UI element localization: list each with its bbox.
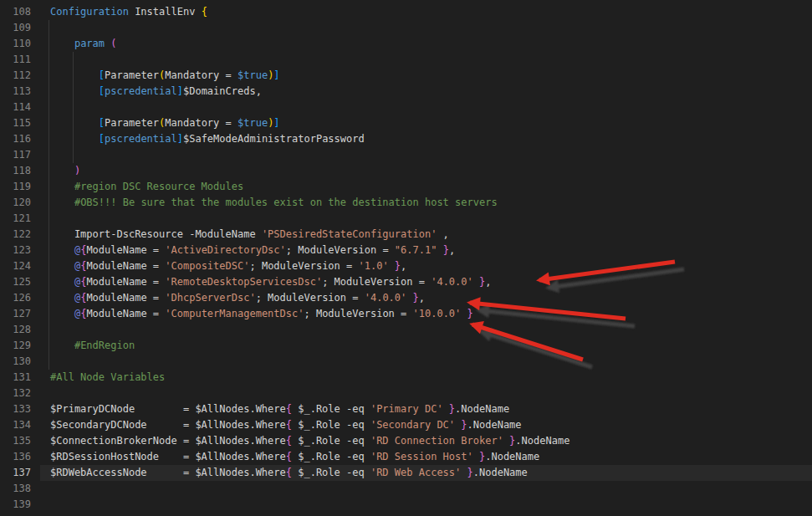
code-text[interactable]: [40, 147, 812, 163]
line-number[interactable]: 127: [0, 306, 40, 322]
line-number[interactable]: 125: [0, 274, 40, 290]
code-line-135[interactable]: 135$ConnectionBrokerNode = $AllNodes.Whe…: [0, 433, 812, 449]
code-line-131[interactable]: 131#All Node Variables: [0, 370, 812, 386]
code-text[interactable]: ): [40, 163, 812, 179]
code-line-118[interactable]: 118 ): [0, 163, 812, 179]
code-editor[interactable]: 107108Configuration InstallEnv {109110 p…: [0, 0, 812, 516]
line-number[interactable]: 109: [0, 20, 40, 36]
code-text[interactable]: Configuration InstallEnv {: [40, 4, 812, 20]
code-line-139[interactable]: 139: [0, 497, 812, 513]
line-number[interactable]: 110: [0, 36, 40, 52]
code-text[interactable]: [pscredential]$SafeModeAdministratorPass…: [40, 131, 812, 147]
code-line-127[interactable]: 127 @{ModuleName = 'ComputerManagementDs…: [0, 306, 812, 322]
code-text[interactable]: [40, 52, 812, 68]
line-number[interactable]: 120: [0, 195, 40, 211]
code-line-137[interactable]: 137$RDWebAccessNode = $AllNodes.Where{ $…: [0, 465, 812, 481]
code-text[interactable]: @{ModuleName = 'RemoteDesktopServicesDsc…: [40, 274, 812, 290]
line-number[interactable]: 115: [0, 115, 40, 131]
code-text[interactable]: @{ModuleName = 'ComputerManagementDsc'; …: [40, 306, 812, 322]
code-line-128[interactable]: 128: [0, 322, 812, 338]
line-number[interactable]: 118: [0, 163, 40, 179]
code-text[interactable]: @{ModuleName = 'ActiveDirectoryDsc'; Mod…: [40, 243, 812, 258]
line-number[interactable]: 113: [0, 84, 40, 100]
code-line-124[interactable]: 124 @{ModuleName = 'CompositeDSC'; Modul…: [0, 258, 812, 274]
code-text[interactable]: #OBS!!! Be sure that the modules exist o…: [40, 195, 812, 211]
code-text[interactable]: [40, 497, 812, 513]
code-line-133[interactable]: 133$PrimaryDCNode = $AllNodes.Where{ $_.…: [0, 401, 812, 417]
line-number[interactable]: 111: [0, 52, 40, 68]
line-number[interactable]: 132: [0, 386, 40, 401]
code-text[interactable]: @{ModuleName = 'CompositeDSC'; ModuleVer…: [40, 258, 812, 274]
line-number[interactable]: 108: [0, 4, 40, 20]
code-text[interactable]: #EndRegion: [40, 338, 812, 354]
line-number[interactable]: 136: [0, 449, 40, 465]
code-line-109[interactable]: 109: [0, 20, 812, 36]
code-text[interactable]: [40, 481, 812, 497]
code-line-136[interactable]: 136$RDSessionHostNode = $AllNodes.Where{…: [0, 449, 812, 465]
code-text[interactable]: #All Node Variables: [40, 370, 812, 386]
code-line-117[interactable]: 117: [0, 147, 812, 163]
code-text[interactable]: [40, 20, 812, 36]
code-line-110[interactable]: 110 param (: [0, 36, 812, 52]
code-line-132[interactable]: 132: [0, 386, 812, 401]
line-number[interactable]: 133: [0, 401, 40, 417]
line-number[interactable]: 122: [0, 227, 40, 243]
line-number[interactable]: 130: [0, 354, 40, 370]
code-text[interactable]: $SecondaryDCNode = $AllNodes.Where{ $_.R…: [40, 417, 812, 433]
code-token: Parameter: [105, 69, 159, 81]
code-text[interactable]: [Parameter(Mandatory = $true)]: [40, 68, 812, 84]
code-text[interactable]: [pscredential]$DomainCreds,: [40, 84, 812, 100]
line-number[interactable]: 124: [0, 258, 40, 274]
code-line-121[interactable]: 121: [0, 211, 812, 227]
line-number[interactable]: 131: [0, 370, 40, 386]
code-text[interactable]: $RDSessionHostNode = $AllNodes.Where{ $_…: [40, 449, 812, 465]
code-line-114[interactable]: 114: [0, 100, 812, 115]
line-number[interactable]: 121: [0, 211, 40, 227]
line-number[interactable]: 116: [0, 131, 40, 147]
line-number[interactable]: 134: [0, 417, 40, 433]
code-text[interactable]: Import-DscResource -ModuleName 'PSDesire…: [40, 227, 812, 243]
line-number[interactable]: 117: [0, 147, 40, 163]
line-number[interactable]: 129: [0, 338, 40, 354]
code-line-120[interactable]: 120 #OBS!!! Be sure that the modules exi…: [0, 195, 812, 211]
code-line-126[interactable]: 126 @{ModuleName = 'DhcpServerDsc'; Modu…: [0, 290, 812, 306]
line-number[interactable]: 126: [0, 290, 40, 306]
code-text[interactable]: $ConnectionBrokerNode = $AllNodes.Where{…: [40, 433, 812, 449]
code-text[interactable]: $RDWebAccessNode = $AllNodes.Where{ $_.R…: [40, 465, 812, 481]
code-line-111[interactable]: 111: [0, 52, 812, 68]
line-number[interactable]: 135: [0, 433, 40, 449]
code-line-125[interactable]: 125 @{ModuleName = 'RemoteDesktopService…: [0, 274, 812, 290]
code-line-122[interactable]: 122 Import-DscResource -ModuleName 'PSDe…: [0, 227, 812, 243]
code-text[interactable]: [40, 211, 812, 227]
line-number[interactable]: 139: [0, 497, 40, 513]
code-text[interactable]: [40, 386, 812, 401]
line-number[interactable]: 128: [0, 322, 40, 338]
code-line-134[interactable]: 134$SecondaryDCNode = $AllNodes.Where{ $…: [0, 417, 812, 433]
line-number[interactable]: 112: [0, 68, 40, 84]
code-line-113[interactable]: 113 [pscredential]$DomainCreds,: [0, 84, 812, 100]
code-line-108[interactable]: 108Configuration InstallEnv {: [0, 4, 812, 20]
code-line-119[interactable]: 119 #region DSC Resource Modules: [0, 179, 812, 195]
code-line-115[interactable]: 115 [Parameter(Mandatory = $true)]: [0, 115, 812, 131]
code-text[interactable]: [40, 100, 812, 115]
code-lines: 107108Configuration InstallEnv {109110 p…: [0, 0, 812, 513]
code-line-138[interactable]: 138: [0, 481, 812, 497]
line-number[interactable]: 123: [0, 243, 40, 258]
code-line-129[interactable]: 129 #EndRegion: [0, 338, 812, 354]
code-text[interactable]: $PrimaryDCNode = $AllNodes.Where{ $_.Rol…: [40, 401, 812, 417]
code-text[interactable]: @{ModuleName = 'DhcpServerDsc'; ModuleVe…: [40, 290, 812, 306]
code-line-130[interactable]: 130: [0, 354, 812, 370]
line-number[interactable]: 119: [0, 179, 40, 195]
code-text[interactable]: [40, 322, 812, 338]
code-line-112[interactable]: 112 [Parameter(Mandatory = $true)]: [0, 68, 812, 84]
code-text[interactable]: [40, 354, 812, 370]
code-text[interactable]: param (: [40, 36, 812, 52]
code-token: ,: [401, 260, 406, 272]
line-number[interactable]: 114: [0, 100, 40, 115]
code-text[interactable]: [Parameter(Mandatory = $true)]: [40, 115, 812, 131]
code-text[interactable]: #region DSC Resource Modules: [40, 179, 812, 195]
line-number[interactable]: 138: [0, 481, 40, 497]
code-line-123[interactable]: 123 @{ModuleName = 'ActiveDirectoryDsc';…: [0, 243, 812, 258]
code-line-116[interactable]: 116 [pscredential]$SafeModeAdministrator…: [0, 131, 812, 147]
line-number[interactable]: 137: [0, 465, 40, 481]
